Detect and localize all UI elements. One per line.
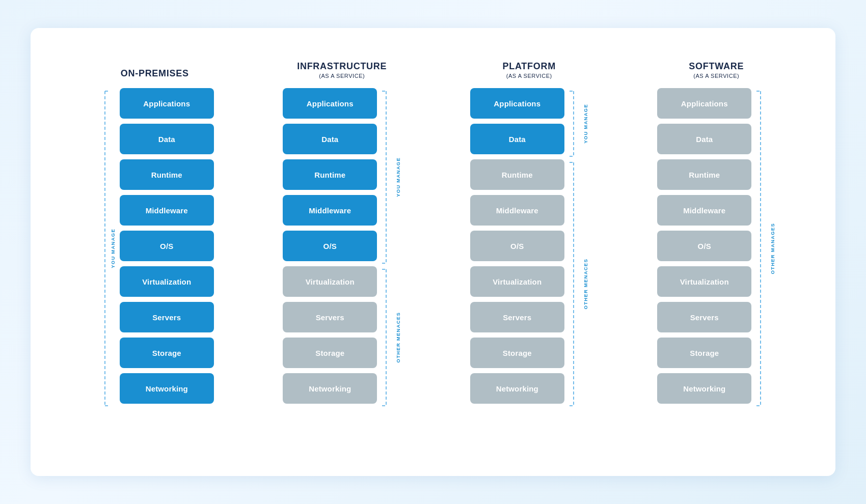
box-iaas-data: Data: [283, 124, 377, 154]
box-onprem-servers: Servers: [120, 302, 214, 332]
box-saas-servers: Servers: [657, 302, 751, 332]
column-paas: PLATFORM (AS A SERVICE) Applications Dat…: [436, 48, 623, 409]
stack-iaas: Applications Data Runtime Middleware O/S…: [283, 88, 377, 409]
column-iaas: INFRASTRUCTURE (AS A SERVICE) Applicatio…: [249, 48, 436, 409]
box-onprem-applications: Applications: [120, 88, 214, 119]
other-manages-label-paas: OTHER MENACES: [583, 259, 588, 309]
box-iaas-middleware: Middleware: [283, 195, 377, 226]
you-manage-bracket-iaas: [381, 88, 395, 266]
box-paas-middleware: Middleware: [470, 195, 564, 226]
column-on-premises: ON-PREMISES YOU MANAGE Applications Data: [61, 48, 249, 409]
column-title-on-premises: ON-PREMISES: [121, 68, 189, 79]
column-header-on-premises: ON-PREMISES: [121, 48, 189, 79]
you-manage-bracket-onprem: [96, 88, 110, 409]
box-onprem-os: O/S: [120, 231, 214, 261]
box-onprem-runtime: Runtime: [120, 159, 214, 190]
box-iaas-networking: Networking: [283, 373, 377, 404]
other-manages-bracket-iaas: [381, 266, 395, 409]
diagram-container: ON-PREMISES YOU MANAGE Applications Data: [31, 28, 835, 476]
other-manages-bracket-paas: [569, 159, 583, 409]
box-onprem-middleware: Middleware: [120, 195, 214, 226]
you-manage-label-onprem: YOU MANAGE: [110, 229, 116, 268]
column-saas: SOFTWARE (AS A SERVICE) Applications Dat…: [623, 48, 810, 409]
stack-saas: Applications Data Runtime Middleware O/S…: [657, 88, 751, 409]
box-saas-runtime: Runtime: [657, 159, 751, 190]
column-header-paas: PLATFORM (AS A SERVICE): [503, 48, 556, 79]
column-title-saas: SOFTWARE: [689, 61, 744, 72]
box-onprem-networking: Networking: [120, 373, 214, 404]
box-iaas-storage: Storage: [283, 338, 377, 368]
box-iaas-os: O/S: [283, 231, 377, 261]
box-paas-servers: Servers: [470, 302, 564, 332]
column-title-paas: PLATFORM: [503, 61, 556, 72]
box-paas-storage: Storage: [470, 338, 564, 368]
column-subtitle-saas: (AS A SERVICE): [693, 73, 739, 79]
box-paas-runtime: Runtime: [470, 159, 564, 190]
column-subtitle-iaas: (AS A SERVICE): [319, 73, 365, 79]
box-iaas-applications: Applications: [283, 88, 377, 119]
stack-paas: Applications Data Runtime Middleware O/S…: [470, 88, 564, 409]
stack-on-premises: Applications Data Runtime Middleware O/S…: [120, 88, 214, 409]
box-onprem-virtualization: Virtualization: [120, 266, 214, 297]
box-onprem-storage: Storage: [120, 338, 214, 368]
you-manage-label-iaas: YOU MANAGE: [395, 157, 401, 197]
box-saas-middleware: Middleware: [657, 195, 751, 226]
box-onprem-data: Data: [120, 124, 214, 154]
column-header-iaas: INFRASTRUCTURE (AS A SERVICE): [297, 48, 387, 79]
other-manages-label-saas: OTHER MANAGES: [770, 223, 775, 274]
box-iaas-servers: Servers: [283, 302, 377, 332]
box-iaas-virtualization: Virtualization: [283, 266, 377, 297]
box-paas-data: Data: [470, 124, 564, 154]
you-manage-label-paas: YOU MANAGE: [583, 104, 588, 144]
other-manages-label-iaas: OTHER MENACES: [395, 312, 401, 362]
box-saas-os: O/S: [657, 231, 751, 261]
you-manage-bracket-paas: [569, 88, 583, 159]
box-saas-networking: Networking: [657, 373, 751, 404]
box-saas-data: Data: [657, 124, 751, 154]
box-paas-applications: Applications: [470, 88, 564, 119]
box-iaas-runtime: Runtime: [283, 159, 377, 190]
column-header-saas: SOFTWARE (AS A SERVICE): [689, 48, 744, 79]
box-paas-virtualization: Virtualization: [470, 266, 564, 297]
box-saas-storage: Storage: [657, 338, 751, 368]
box-paas-os: O/S: [470, 231, 564, 261]
column-title-iaas: INFRASTRUCTURE: [297, 61, 387, 72]
box-saas-applications: Applications: [657, 88, 751, 119]
box-paas-networking: Networking: [470, 373, 564, 404]
column-subtitle-paas: (AS A SERVICE): [506, 73, 552, 79]
box-saas-virtualization: Virtualization: [657, 266, 751, 297]
other-manages-bracket-saas: [755, 88, 770, 409]
